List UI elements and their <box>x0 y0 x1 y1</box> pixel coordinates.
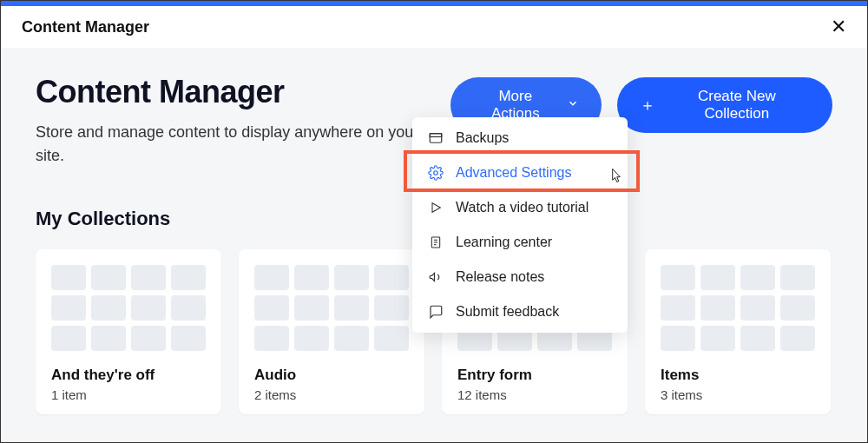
svg-point-2 <box>434 171 438 175</box>
collection-count: 12 items <box>457 387 612 402</box>
gear-icon <box>428 165 444 181</box>
menu-item-label: Watch a video tutorial <box>456 200 589 215</box>
page-title: Content Manager <box>36 74 450 110</box>
collection-name: Audio <box>254 367 409 384</box>
menu-item-release-notes[interactable]: Release notes <box>412 260 628 294</box>
menu-item-label: Learning center <box>456 235 552 250</box>
menu-item-label: Submit feedback <box>456 304 559 320</box>
collection-thumbnail <box>661 265 815 351</box>
megaphone-icon <box>428 269 444 285</box>
menu-item-label: Backups <box>456 130 509 146</box>
collection-thumbnail <box>254 265 409 351</box>
collection-name: And they're off <box>51 367 206 384</box>
collection-count: 3 items <box>661 387 815 402</box>
backup-icon <box>428 130 444 146</box>
collection-name: Entry form <box>457 367 612 384</box>
plus-icon: ＋ <box>640 95 655 116</box>
close-icon[interactable]: ✕ <box>831 16 846 38</box>
menu-item-video-tutorial[interactable]: Watch a video tutorial <box>412 190 628 225</box>
menu-item-label: Release notes <box>456 269 544 285</box>
svg-marker-3 <box>432 203 440 213</box>
more-actions-menu: Backups Advanced Settings Watch a video … <box>412 117 628 333</box>
collection-count: 1 item <box>51 387 206 402</box>
menu-item-advanced-settings[interactable]: Advanced Settings <box>412 155 628 190</box>
chevron-down-icon <box>567 96 579 114</box>
collection-thumbnail <box>51 265 206 351</box>
page-description: Store and manage content to display anyw… <box>36 121 450 168</box>
top-bar: Content Manager ✕ <box>1 6 867 48</box>
feedback-icon <box>428 304 444 320</box>
collection-card[interactable]: Items 3 items <box>645 249 831 414</box>
collection-count: 2 items <box>254 387 409 402</box>
menu-item-backups[interactable]: Backups <box>412 121 628 155</box>
collection-card[interactable]: And they're off 1 item <box>36 249 221 414</box>
topbar-title: Content Manager <box>22 18 149 36</box>
menu-item-label: Advanced Settings <box>456 165 571 181</box>
svg-rect-0 <box>430 134 442 143</box>
doc-icon <box>428 235 444 250</box>
create-collection-label: Create New Collection <box>664 88 810 122</box>
menu-item-submit-feedback[interactable]: Submit feedback <box>412 294 628 329</box>
svg-rect-1 <box>430 134 442 137</box>
collection-card[interactable]: Audio 2 items <box>239 249 424 414</box>
collection-name: Items <box>661 367 815 384</box>
create-collection-button[interactable]: ＋ Create New Collection <box>617 77 832 133</box>
menu-item-learning-center[interactable]: Learning center <box>412 225 628 260</box>
play-icon <box>428 200 444 215</box>
